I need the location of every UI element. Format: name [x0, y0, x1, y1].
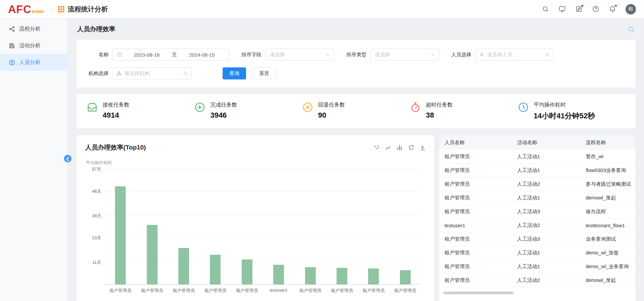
bar[interactable]	[400, 270, 411, 285]
organization-icon	[116, 71, 122, 76]
table-header-cell: 流程名称	[580, 135, 635, 150]
y-tick-label: 23天	[92, 235, 101, 241]
chart-toolbar	[374, 144, 426, 151]
sort-field-placeholder: 请选择	[270, 52, 285, 58]
table-row[interactable]: 租户管理员人工活动1demo_wl_加签	[439, 246, 635, 260]
sidebar: 流程分析 活动分析 人员分析	[0, 18, 68, 301]
bar[interactable]	[147, 225, 158, 285]
person-placeholder: 请选择人员	[487, 52, 512, 58]
line-chart-icon[interactable]	[385, 144, 392, 151]
sidebar-item-person-analysis[interactable]: 人员分析	[0, 54, 67, 71]
edit-note-icon[interactable]	[575, 5, 583, 13]
stat-value: 3946	[210, 111, 237, 120]
download-icon[interactable]	[419, 144, 426, 151]
page-title: 人员办理效率	[77, 25, 115, 34]
apps-grid-icon[interactable]	[58, 6, 64, 12]
filter-group-sort-type: 排序类型 请选择	[344, 49, 439, 61]
stat-value: 90	[318, 111, 345, 120]
category-label: 租户管理员	[231, 288, 263, 294]
y-tick-label: 46天	[92, 188, 101, 194]
chevron-down-icon	[325, 52, 330, 57]
bar[interactable]	[273, 265, 284, 285]
main: 人员办理效率 名称 2023-08-16 至 2024-08-15	[68, 18, 644, 301]
table-cell: 租户管理员	[439, 150, 512, 163]
table-hscrollbar-thumb[interactable]	[443, 292, 514, 294]
table-hscrollbar-track	[443, 292, 631, 294]
table-row[interactable]: 租户管理员人工活动3业务查询测试	[439, 232, 635, 246]
table-row[interactable]: 租户管理员人工活动1暂存_wl	[439, 150, 635, 164]
table-row[interactable]: 租户管理员人工活动2参与者跳过策略测试	[439, 177, 635, 191]
flow-analysis-icon	[9, 26, 15, 32]
bell-icon[interactable]	[609, 5, 616, 13]
table-row[interactable]: 租户管理员人工活动1demo_wl_业务查询	[439, 260, 635, 274]
table-cell: 人工活动1	[512, 191, 580, 204]
bar[interactable]	[305, 267, 316, 285]
y-axis-title: 平均操作耗时	[86, 160, 426, 166]
table-header-cell: 人员名称	[439, 135, 512, 150]
bar[interactable]	[337, 268, 347, 285]
inbox-icon	[86, 102, 98, 113]
query-button[interactable]: 查询	[223, 67, 246, 79]
table-cell: testuser1	[439, 219, 512, 232]
table-cell: 人工活动2	[512, 274, 580, 287]
stopwatch-icon	[410, 102, 421, 113]
table-row[interactable]: 租户管理员人工活动1demowl_发起	[439, 191, 635, 205]
bar-chart-icon[interactable]	[397, 144, 403, 151]
filter-panel: 名称 2023-08-16 至 2024-08-15 排序字段 请选择	[76, 40, 635, 87]
date-range-picker[interactable]: 2023-08-16 至 2024-08-15	[113, 49, 229, 61]
bar[interactable]	[178, 248, 189, 285]
page-search-icon[interactable]	[627, 25, 635, 33]
sort-type-select[interactable]: 请选择	[370, 49, 439, 61]
filter-group-person: 人员选择 请选择人员	[449, 49, 554, 61]
sidebar-item-process-analysis[interactable]: 流程分析	[0, 20, 67, 37]
sort-field-select[interactable]: 请选择	[266, 49, 334, 61]
table-cell: 租户管理员	[439, 205, 512, 218]
date-start-value[interactable]: 2023-08-16	[124, 52, 170, 58]
y-tick-label: 11天	[93, 259, 102, 265]
search-icon[interactable]	[542, 5, 549, 13]
chart-plot: 11天23天34天46天57天	[105, 169, 421, 285]
filter-group-name: 名称 2023-08-16 至 2024-08-15	[86, 49, 229, 61]
sidebar-item-label: 流程分析	[19, 25, 41, 33]
table-cell: flow0303业务查询	[580, 164, 635, 177]
stat-returned-tasks: 回退任务数 90	[302, 102, 410, 121]
stat-completed-tasks: 完成任务数 3946	[194, 102, 302, 121]
reset-button[interactable]: 重置	[252, 67, 276, 79]
bottom-section: 人员办理效率(Top10) 平均操作耗时 11天23天34天46天57天	[76, 135, 635, 301]
notification-dot	[581, 4, 584, 7]
page-header: 人员办理效率	[68, 18, 644, 40]
logo[interactable]: AFC enter	[8, 4, 44, 15]
sidebar-item-activity-analysis[interactable]: 活动分析	[0, 37, 67, 54]
date-end-value[interactable]: 2024-08-15	[179, 52, 225, 58]
table-row[interactable]: 租户管理员人工活动2demowl_发起	[439, 274, 635, 287]
category-label: 租户管理员	[105, 288, 136, 294]
table-body: 租户管理员人工活动1暂存_wl租户管理员人工活动1flow0303业务查询租户管…	[439, 150, 635, 287]
content: 名称 2023-08-16 至 2024-08-15 排序字段 请选择	[68, 40, 644, 301]
bar[interactable]	[368, 268, 379, 285]
stats-panel: 接收任务数 4914 完成任务数 3946	[76, 94, 635, 128]
table-header-cell: 活动名称	[512, 135, 580, 150]
table-cell: demo_wl_业务查询	[580, 260, 635, 273]
table-row[interactable]: testuser1人工活动2testtesnant_flow1	[439, 219, 635, 232]
chart-categories: 租户管理员租户管理员租户管理员租户管理员租户管理员testuser1租户管理员租…	[105, 288, 421, 294]
layout: 流程分析 活动分析 人员分析 ❮ 人员办理效率 名称	[0, 18, 644, 301]
app-title: 流程统计分析	[68, 5, 108, 14]
sidebar-collapse-button[interactable]: ❮	[64, 155, 71, 162]
bar[interactable]	[210, 255, 221, 285]
table-row[interactable]: 租户管理员人工活动1flow0303业务查询	[439, 164, 635, 177]
bar[interactable]	[242, 259, 252, 285]
table-row[interactable]: 租户管理员人工活动3催办流程	[439, 205, 635, 219]
scatter-chart-icon[interactable]	[374, 144, 380, 151]
avatar[interactable]: 租	[626, 4, 636, 14]
chart-title: 人员办理效率(Top10)	[85, 143, 146, 152]
logo-subtext: enter	[32, 8, 44, 14]
category-label: 租户管理员	[136, 288, 168, 294]
table-cell: 人工活动3	[512, 205, 580, 218]
refresh-icon[interactable]	[408, 144, 414, 151]
monitor-icon[interactable]	[559, 5, 566, 13]
table-cell: demowl_发起	[580, 274, 635, 287]
bar[interactable]	[115, 186, 126, 285]
help-icon[interactable]	[592, 5, 599, 13]
person-select-input[interactable]: 请选择人员	[475, 49, 554, 61]
org-select-input[interactable]: 请选择机构	[113, 67, 192, 79]
